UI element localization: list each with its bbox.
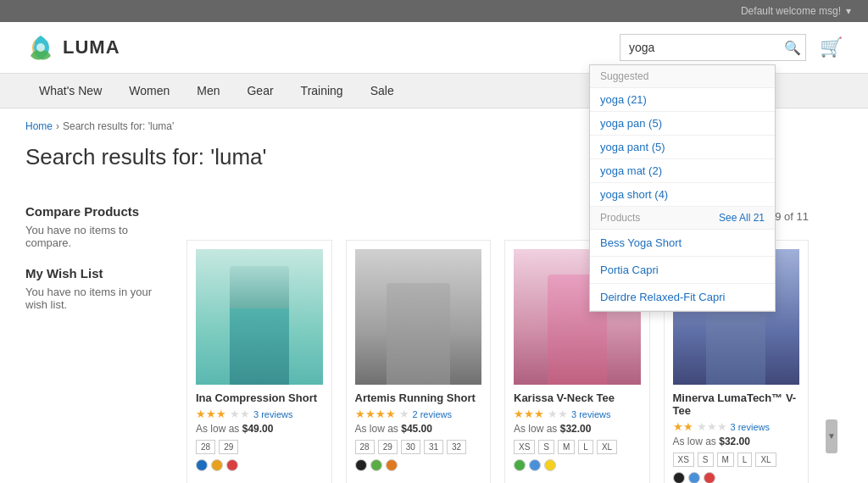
size-option[interactable]: 31 xyxy=(424,440,443,454)
product-image-2 xyxy=(355,249,482,385)
scroll-indicator[interactable]: ▼ xyxy=(826,419,837,453)
search-input[interactable] xyxy=(620,34,806,61)
color-swatch[interactable] xyxy=(529,459,541,471)
product-price: As low as $32.00 xyxy=(514,423,641,435)
stars-filled: ★★★★ xyxy=(355,408,396,420)
header-right: 🔍 Suggested yoga (21) yoga pan (5) yoga … xyxy=(620,34,843,61)
size-option[interactable]: 30 xyxy=(401,440,420,454)
product-name[interactable]: Karissa V-Neck Tee xyxy=(514,391,641,404)
autocomplete-item[interactable]: yoga pan (5) xyxy=(590,112,775,136)
autocomplete-item[interactable]: yoga pant (5) xyxy=(590,136,775,159)
size-option[interactable]: L xyxy=(737,452,753,467)
size-options: XS S M L XL xyxy=(514,440,641,454)
size-option[interactable]: XS xyxy=(673,452,694,467)
color-swatch[interactable] xyxy=(211,459,223,471)
size-option[interactable]: XS xyxy=(514,440,535,454)
sidebar: Compare Products You have no items to co… xyxy=(25,204,170,483)
search-button[interactable]: 🔍 xyxy=(784,40,801,56)
compare-products-empty: You have no items to compare. xyxy=(25,224,170,249)
nav-sale[interactable]: Sale xyxy=(357,74,408,108)
breadcrumb-separator: › xyxy=(56,120,59,132)
color-swatch[interactable] xyxy=(688,472,700,483)
product-price: As low as $32.00 xyxy=(673,436,800,447)
nav-women[interactable]: Women xyxy=(115,74,183,108)
review-link[interactable]: 3 reviews xyxy=(731,422,770,432)
autocomplete-item[interactable]: yoga mat (2) xyxy=(590,159,775,183)
product-name[interactable]: Minerva LumaTech™ V-Tee xyxy=(673,391,800,417)
color-swatches xyxy=(673,472,800,483)
autocomplete-dropdown: Suggested yoga (21) yoga pan (5) yoga pa… xyxy=(589,64,776,312)
product-card: Artemis Running Short ★★★★★ 2 reviews As… xyxy=(346,240,492,483)
size-option[interactable]: 28 xyxy=(355,440,375,454)
size-option[interactable]: M xyxy=(558,440,575,454)
size-option[interactable]: 28 xyxy=(196,440,215,454)
color-swatches xyxy=(355,459,482,471)
autocomplete-item[interactable]: yoga short (4) xyxy=(590,183,775,207)
product-price: As low as $45.00 xyxy=(355,423,482,435)
autocomplete-product[interactable]: Portia Capri xyxy=(590,257,775,284)
size-option[interactable]: M xyxy=(717,452,734,467)
stars-empty: ★★ xyxy=(548,408,568,420)
color-swatch[interactable] xyxy=(226,459,238,471)
product-stars: ★★★★★ 3 reviews xyxy=(196,408,323,420)
color-swatch[interactable] xyxy=(544,459,556,471)
autocomplete-product[interactable]: Bess Yoga Short xyxy=(590,230,775,257)
see-all-link[interactable]: See All 21 xyxy=(719,212,765,224)
wishlist-empty: You have no items in your wish list. xyxy=(25,286,170,311)
size-option[interactable]: XL xyxy=(755,452,776,467)
logo-icon xyxy=(25,32,56,63)
size-option[interactable]: S xyxy=(538,440,554,454)
nav-whats-new[interactable]: What's New xyxy=(25,74,115,108)
size-option[interactable]: 32 xyxy=(447,440,466,454)
nav-men[interactable]: Men xyxy=(183,74,233,108)
size-option[interactable]: XL xyxy=(597,440,617,454)
color-swatch[interactable] xyxy=(704,472,715,483)
stars-filled: ★★★ xyxy=(514,408,544,420)
search-icon: 🔍 xyxy=(784,41,801,55)
size-option[interactable]: 29 xyxy=(219,440,238,454)
svg-point-1 xyxy=(36,43,45,52)
product-name[interactable]: Artemis Running Short xyxy=(355,391,482,404)
suggested-label: Suggested xyxy=(590,65,775,88)
product-stars: ★★★★★ 3 reviews xyxy=(514,408,641,420)
product-name[interactable]: Ina Compression Short xyxy=(196,391,323,404)
header: LUMA 🔍 Suggested yoga (21) yoga pan (5) … xyxy=(0,22,868,74)
breadcrumb-home[interactable]: Home xyxy=(25,120,53,132)
search-wrapper: 🔍 Suggested yoga (21) yoga pan (5) yoga … xyxy=(620,34,806,61)
product-card: Ina Compression Short ★★★★★ 3 reviews As… xyxy=(186,240,332,483)
product-stars: ★★★★★ 3 reviews xyxy=(673,420,800,433)
color-swatches xyxy=(196,459,323,471)
welcome-chevron[interactable]: ▾ xyxy=(846,5,851,17)
autocomplete-product[interactable]: Deirdre Relaxed-Fit Capri xyxy=(590,284,775,311)
size-options: 28 29 xyxy=(196,440,323,454)
size-option[interactable]: 29 xyxy=(378,440,398,454)
product-stars: ★★★★★ 2 reviews xyxy=(355,408,482,420)
compare-products-title: Compare Products xyxy=(25,204,170,219)
color-swatch[interactable] xyxy=(386,459,398,471)
color-swatch[interactable] xyxy=(370,459,382,471)
size-options: 28 29 30 31 32 xyxy=(355,440,482,454)
color-swatch[interactable] xyxy=(196,459,208,471)
product-image-1 xyxy=(196,249,323,385)
breadcrumb-current: Search results for: 'luma' xyxy=(63,120,174,132)
top-bar: Default welcome msg! ▾ xyxy=(0,0,868,22)
color-swatch[interactable] xyxy=(514,459,526,471)
size-option[interactable]: L xyxy=(578,440,593,454)
logo[interactable]: LUMA xyxy=(25,32,120,63)
products-header: Products See All 21 xyxy=(590,207,775,230)
cart-icon[interactable]: 🛒 xyxy=(820,36,843,58)
color-swatch[interactable] xyxy=(355,459,367,471)
size-option[interactable]: S xyxy=(698,452,714,467)
wishlist-title: My Wish List xyxy=(25,266,170,280)
stars-empty: ★ xyxy=(399,408,409,420)
review-link[interactable]: 3 reviews xyxy=(253,409,292,419)
review-link[interactable]: 3 reviews xyxy=(571,409,610,419)
color-swatch[interactable] xyxy=(673,472,685,483)
autocomplete-item[interactable]: yoga (21) xyxy=(590,88,775,112)
review-link[interactable]: 2 reviews xyxy=(413,409,452,419)
logo-text: LUMA xyxy=(63,36,120,58)
nav-training[interactable]: Training xyxy=(287,74,357,108)
welcome-message: Default welcome msg! xyxy=(741,5,841,17)
nav-gear[interactable]: Gear xyxy=(233,74,287,108)
stars-empty: ★★ xyxy=(230,408,250,420)
